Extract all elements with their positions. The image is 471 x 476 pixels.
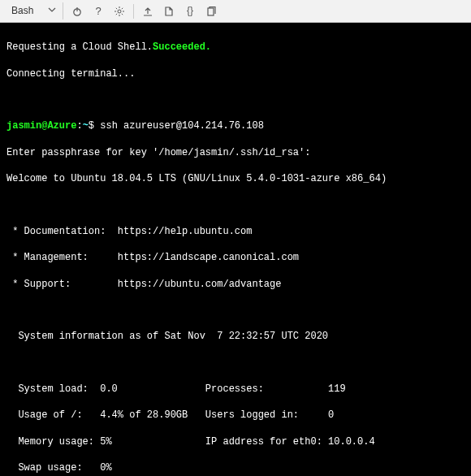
output-line: * Management: https://landscape.canonica… xyxy=(6,251,465,264)
settings-icon[interactable] xyxy=(112,4,127,19)
newfile-icon[interactable] xyxy=(162,4,176,19)
output-line: System load: 0.0 Processes: 119 xyxy=(6,383,465,396)
svg-rect-3 xyxy=(208,8,214,15)
terminal-output[interactable]: Requesting a Cloud Shell.Succeeded. Conn… xyxy=(0,23,471,476)
output-line xyxy=(6,198,465,211)
shell-selector-label: Bash xyxy=(11,4,33,17)
copy-icon[interactable] xyxy=(204,4,218,19)
svg-point-2 xyxy=(118,10,121,13)
output-line: Usage of /: 4.4% of 28.90GB Users logged… xyxy=(6,409,465,422)
output-line xyxy=(6,304,465,317)
cloud-shell-toolbar: Bash ? {} xyxy=(0,0,471,23)
shell-selector[interactable]: Bash xyxy=(5,2,63,19)
output-line: Swap usage: 0% xyxy=(6,461,465,474)
output-line: Memory usage: 5% IP address for eth0: 10… xyxy=(6,435,465,448)
upload-icon[interactable] xyxy=(140,4,155,19)
output-line: Requesting a Cloud Shell.Succeeded. xyxy=(6,41,465,54)
output-line: * Documentation: https://help.ubuntu.com xyxy=(6,225,465,238)
chevron-down-icon xyxy=(48,4,56,17)
power-icon[interactable] xyxy=(70,4,84,19)
help-icon[interactable]: ? xyxy=(91,4,106,19)
prompt-line: jasmin@Azure:~$ ssh azureuser@104.214.76… xyxy=(6,119,465,132)
output-line xyxy=(6,357,465,370)
output-line xyxy=(6,93,465,106)
toolbar-separator xyxy=(133,4,134,19)
output-line: Connecting terminal... xyxy=(6,67,465,80)
braces-icon[interactable]: {} xyxy=(183,4,197,19)
output-line: System information as of Sat Nov 7 22:32… xyxy=(6,330,465,343)
output-line: * Support: https://ubuntu.com/advantage xyxy=(6,278,465,291)
output-line: Welcome to Ubuntu 18.04.5 LTS (GNU/Linux… xyxy=(6,172,465,185)
output-line: Enter passphrase for key '/home/jasmin/.… xyxy=(6,146,465,159)
